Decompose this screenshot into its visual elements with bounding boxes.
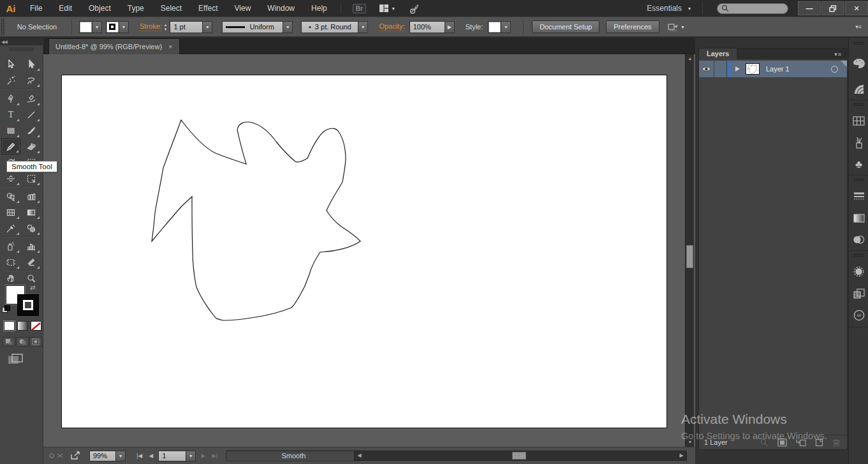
symbol-sprayer-tool[interactable] [1,238,20,254]
align-options-button[interactable]: ▾ [668,22,684,32]
symbols-panel-button[interactable]: ♣ [851,157,866,172]
artboard-number-value[interactable]: 1 [158,451,186,461]
canvas[interactable]: ▲ ▼ [43,54,695,447]
vertical-scroll-thumb[interactable] [686,245,693,268]
document-tab[interactable]: Untitled-8* @ 99% (RGB/Preview) × [48,38,180,54]
stroke-color-proxy[interactable] [17,294,39,316]
menu-effect[interactable]: Effect [190,0,226,17]
layer-thumbnail[interactable] [746,63,760,75]
free-transform-tool[interactable] [22,170,41,186]
menu-help[interactable]: Help [303,0,335,17]
blend-tool[interactable] [22,220,41,236]
magic-wand-tool[interactable] [1,72,20,88]
transparency-panel-button[interactable] [851,232,866,247]
scroll-up-icon[interactable]: ▲ [686,55,695,63]
slice-tool[interactable] [22,254,41,270]
arrange-documents-button[interactable]: ▾ [379,4,395,13]
draw-behind-button[interactable] [16,337,29,347]
tools-panel-collapse-button[interactable]: ◀◀ [0,38,43,45]
search-input[interactable] [717,3,788,14]
layer-visibility-toggle[interactable] [699,61,714,77]
mesh-tool[interactable] [1,204,20,220]
draw-inside-button[interactable] [29,337,42,347]
pen-tool[interactable] [1,91,20,107]
eyedropper-tool[interactable] [1,220,20,236]
workspace-switcher[interactable]: Essentials ▾ [640,4,697,13]
stroke-color-picker[interactable]: ▾ [106,21,129,33]
menu-file[interactable]: File [22,0,50,17]
document-setup-button[interactable]: Document Setup [532,20,600,33]
scroll-down-icon[interactable]: ▼ [686,438,695,446]
minimize-button[interactable]: — [798,1,821,15]
tools-panel-grip-handle[interactable] [9,47,34,51]
close-tab-icon[interactable]: × [168,43,172,50]
perspective-grid-tool[interactable] [22,188,41,204]
line-segment-tool[interactable] [22,107,41,123]
change-screen-mode-button[interactable] [8,354,24,365]
shape-builder-tool[interactable] [1,188,20,204]
stroke-weight-value[interactable]: 1 pt [170,21,203,33]
panel-menu-icon[interactable]: ▾≡ [834,51,842,57]
opacity-panel-link[interactable]: Opacity: [379,22,404,31]
zoom-level-combo[interactable]: 99% ▾ [89,451,126,461]
artboard[interactable] [61,75,667,428]
artboards-panel-button[interactable] [851,286,866,301]
direct-selection-tool[interactable] [22,56,41,72]
swatches-panel-button[interactable] [851,114,866,128]
scroll-right-icon[interactable]: ▶ [677,451,686,460]
type-tool[interactable]: T [1,107,20,123]
eraser-tool[interactable] [22,138,41,154]
menu-view[interactable]: View [226,0,260,17]
opacity-combo[interactable]: 100% ▶ [409,21,455,33]
layer-target-circle[interactable] [831,66,838,73]
fill-color-picker[interactable]: ▾ [79,21,102,33]
vertical-scrollbar[interactable]: ▲ ▼ [685,54,694,447]
expand-layer-icon[interactable] [735,66,740,72]
draw-normal-button[interactable] [3,337,15,347]
previous-artboard-button[interactable]: ◀ [149,453,153,459]
variable-width-profile-combo[interactable]: Uniform ▾ [222,21,293,33]
control-panel-menu-button[interactable]: ▾≡ [855,24,862,30]
next-artboard-button[interactable]: ▶ [201,453,205,459]
close-button[interactable]: ✕ [845,1,868,15]
width-tool[interactable] [1,170,20,186]
gradient-button[interactable] [17,321,28,331]
graphic-style-combo[interactable]: ▾ [488,21,511,33]
pencil-tool-selected[interactable] [1,138,20,154]
brushes-panel-button[interactable] [851,135,866,150]
horizontal-scrollbar[interactable]: ◀ ▶ [354,451,687,461]
go-to-bridge-icon[interactable]: Br [353,4,366,13]
lasso-tool[interactable] [22,72,41,88]
dock-grip-handle[interactable] [853,103,864,106]
export-button[interactable] [70,451,80,460]
appearance-panel-button[interactable] [851,264,866,279]
rectangle-tool[interactable] [1,123,20,138]
stroke-weight-combo[interactable]: 1 pt ▾ [170,21,212,33]
default-fill-stroke-icon[interactable] [2,305,11,313]
gradient-tool[interactable] [22,204,41,220]
restore-button[interactable] [821,1,844,15]
create-new-layer-icon[interactable] [815,438,823,447]
gpu-performance-button[interactable] [408,3,420,14]
artboard-tool[interactable] [1,254,20,270]
dock-grip-handle[interactable] [853,253,864,257]
dock-grip-handle[interactable] [853,178,864,181]
zoom-level-value[interactable]: 99% [89,451,116,461]
brush-definition-combo[interactable]: • 3 pt. Round ▾ [301,21,368,33]
stroke-panel-button[interactable] [851,189,866,204]
paintbrush-tool[interactable] [22,123,41,138]
swap-fill-stroke-icon[interactable]: ⇄ [30,284,35,291]
menu-object[interactable]: Object [80,0,119,17]
last-artboard-button[interactable]: ▶| [212,453,217,459]
none-button[interactable] [31,321,41,331]
column-graph-tool[interactable] [22,238,41,254]
delete-layer-trash-icon[interactable] [832,438,841,447]
color-button[interactable] [4,321,15,331]
artboard-number-combo[interactable]: 1 ▾ [158,451,196,461]
dock-grip-handle[interactable] [853,41,864,45]
color-guide-panel-button[interactable] [851,82,866,96]
horizontal-scroll-thumb[interactable] [512,452,526,460]
color-panel-button[interactable] [851,56,866,71]
creative-cloud-button[interactable]: ∞ [851,308,866,322]
menu-type[interactable]: Type [119,0,152,17]
